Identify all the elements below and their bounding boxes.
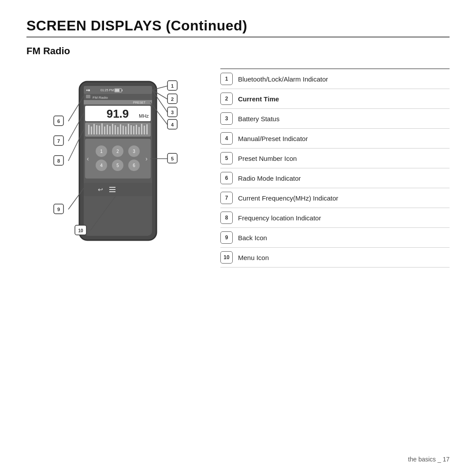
svg-text:3: 3 — [133, 149, 135, 154]
svg-rect-35 — [136, 125, 137, 134]
svg-text:FM Radio: FM Radio — [93, 96, 108, 100]
svg-rect-7 — [122, 89, 123, 91]
legend-row-10: 10Menu Icon — [220, 248, 450, 268]
svg-text:‹: ‹ — [87, 155, 89, 162]
svg-rect-38 — [144, 126, 145, 134]
svg-text:9: 9 — [57, 207, 60, 212]
svg-text:91.9: 91.9 — [107, 107, 129, 120]
svg-rect-6 — [115, 89, 119, 92]
legend-row-3: 3Battery Status — [220, 109, 450, 129]
svg-text:3: 3 — [171, 110, 174, 115]
legend-text-6: Radio Mode Indicator — [238, 175, 301, 182]
legend-num-2: 2 — [220, 93, 233, 105]
page-container: SCREEN DISPLAYS (Continued) FM Radio ●■ … — [0, 0, 476, 311]
svg-rect-18 — [91, 126, 92, 134]
svg-rect-27 — [115, 125, 116, 134]
legend-row-7: 7Current Frequency(MHz) Indicator — [220, 188, 450, 208]
svg-text:8: 8 — [57, 158, 60, 164]
footer: the basics _ 17 — [408, 456, 450, 463]
title-divider — [26, 37, 450, 37]
legend-table: 1Bluetooth/Lock/Alarm Indicator2Current … — [220, 68, 450, 268]
svg-text:4: 4 — [171, 122, 174, 127]
content-area: ●■ 01:25 PM FM Radio PRESET 91.9 MHz — [26, 64, 450, 293]
svg-rect-24 — [107, 125, 108, 134]
svg-text:5: 5 — [171, 156, 174, 161]
legend-text-5: Preset Number Icon — [238, 155, 297, 162]
svg-text:1: 1 — [171, 83, 174, 89]
svg-rect-31 — [125, 126, 126, 134]
legend-row-6: 6Radio Mode Indicator — [220, 168, 450, 188]
svg-rect-17 — [88, 125, 89, 134]
svg-rect-39 — [146, 124, 148, 134]
legend-row-4: 4Manual/Preset Indicator — [220, 129, 450, 149]
svg-rect-37 — [141, 124, 142, 134]
legend-num-1: 1 — [220, 73, 233, 85]
svg-text:4: 4 — [100, 163, 103, 168]
svg-rect-19 — [93, 124, 95, 134]
svg-rect-32 — [128, 124, 129, 134]
legend-text-1: Bluetooth/Lock/Alarm Indicator — [238, 75, 328, 83]
legend-text-8: Frequency location Indicator — [238, 214, 321, 222]
svg-rect-9 — [86, 95, 90, 98]
svg-text:●■: ●■ — [86, 88, 90, 92]
svg-rect-30 — [123, 126, 124, 134]
legend-text-10: Menu Icon — [238, 254, 269, 261]
svg-rect-40 — [85, 139, 151, 178]
legend-row-1: 1Bluetooth/Lock/Alarm Indicator — [220, 68, 450, 89]
svg-text:6: 6 — [133, 163, 135, 168]
legend-text-9: Back Icon — [238, 234, 267, 242]
legend-text-7: Current Frequency(MHz) Indicator — [238, 194, 338, 202]
legend-text-2: Current Time — [238, 95, 279, 103]
svg-text:PRESET: PRESET — [133, 101, 146, 104]
legend-row-5: 5Preset Number Icon — [220, 149, 450, 168]
svg-rect-34 — [133, 126, 134, 134]
svg-text:↩: ↩ — [98, 186, 103, 193]
svg-rect-33 — [130, 125, 132, 134]
svg-rect-20 — [96, 125, 97, 134]
svg-rect-25 — [109, 126, 111, 134]
svg-text:10: 10 — [78, 228, 83, 233]
legend-row-2: 2Current Time — [220, 89, 450, 109]
device-diagram: ●■ 01:25 PM FM Radio PRESET 91.9 MHz — [26, 64, 203, 293]
legend-num-3: 3 — [220, 112, 233, 125]
legend-num-7: 7 — [220, 192, 233, 204]
legend-num-9: 9 — [220, 231, 233, 244]
section-title: FM Radio — [26, 45, 450, 57]
svg-rect-26 — [112, 124, 113, 134]
svg-rect-21 — [99, 126, 100, 134]
main-title: SCREEN DISPLAYS (Continued) — [26, 18, 450, 34]
legend-num-5: 5 — [220, 152, 233, 164]
svg-rect-23 — [104, 126, 105, 134]
svg-text:6: 6 — [57, 119, 60, 124]
legend-text-3: Battery Status — [238, 115, 279, 123]
svg-rect-29 — [120, 124, 121, 134]
svg-rect-57 — [109, 187, 115, 188]
svg-rect-55 — [84, 183, 152, 196]
svg-text:MHz: MHz — [139, 113, 149, 119]
legend-row-8: 8Frequency location Indicator — [220, 208, 450, 228]
svg-rect-59 — [109, 191, 115, 192]
legend-num-6: 6 — [220, 172, 233, 184]
legend-num-4: 4 — [220, 132, 233, 145]
svg-text:›: › — [145, 155, 148, 162]
legend-row-9: 9Back Icon — [220, 228, 450, 248]
svg-text:01:25 PM: 01:25 PM — [100, 89, 114, 92]
svg-rect-36 — [138, 127, 140, 134]
svg-text:1: 1 — [100, 149, 103, 154]
legend-num-8: 8 — [220, 212, 233, 224]
svg-rect-22 — [101, 123, 103, 134]
svg-text:2: 2 — [171, 97, 174, 102]
svg-rect-58 — [109, 189, 115, 190]
legend-text-4: Manual/Preset Indicator — [238, 135, 308, 142]
svg-text:7: 7 — [57, 138, 60, 144]
svg-text:2: 2 — [116, 149, 119, 154]
legend-num-10: 10 — [220, 251, 233, 264]
svg-rect-28 — [117, 127, 119, 134]
svg-text:5: 5 — [116, 163, 119, 168]
